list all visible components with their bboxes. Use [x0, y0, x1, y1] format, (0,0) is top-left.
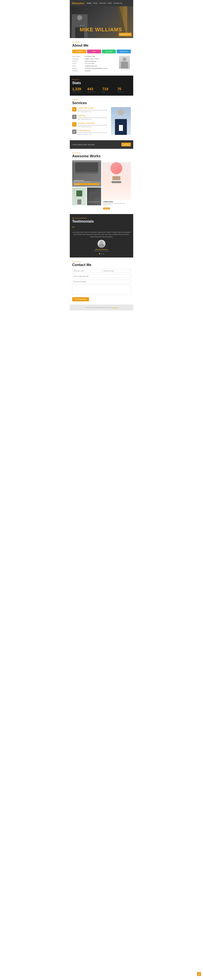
author-avatar	[98, 240, 105, 248]
message-textarea[interactable]	[72, 285, 131, 294]
stats-section: Proud Of | Stats 1,339 Projects Finished…	[70, 76, 133, 95]
nav-work[interactable]: Work	[108, 2, 112, 4]
work-item-1[interactable]: ADIPISCI VELIT Find and highlight, Print…	[72, 160, 101, 187]
field-expert: Expert In : Web Development	[72, 60, 117, 62]
stats-title: Stats	[72, 81, 131, 85]
dot-1[interactable]	[99, 253, 100, 255]
work-item-4[interactable]	[87, 188, 101, 205]
work-subtitle-1: Find and highlight, Printing company	[74, 181, 100, 183]
stat-clients: 443 Satisfied Clients	[87, 87, 101, 92]
work-btn-1[interactable]: Read More	[74, 183, 100, 185]
field-address: Address : 25 Montée Saint Barthélemy, Fr…	[72, 68, 117, 69]
stat-projects: 1,339 Projects Finished	[72, 87, 86, 92]
dot-2[interactable]	[101, 253, 102, 255]
service-anim-icon: A	[72, 115, 76, 119]
service-web-icon: ✦	[72, 107, 76, 111]
cta-text: Lorem Ipsum Dolor Sit Amet.	[72, 144, 95, 146]
work-title-2: LOREM IPSUM	[103, 201, 130, 202]
dot-3[interactable]	[103, 253, 104, 255]
submit-button[interactable]: Send Message	[72, 297, 89, 301]
hero-name: MIKE WILLIAMS	[80, 27, 123, 32]
discussion-input[interactable]	[72, 274, 131, 278]
nav-contact[interactable]: Contact Us	[113, 2, 122, 4]
email-input[interactable]	[102, 269, 131, 273]
form-row-1	[72, 269, 131, 273]
stat-awards: 70 Awards Won	[117, 87, 131, 92]
field-email: Email : mail@example.com	[72, 65, 117, 67]
tab-skills[interactable]: Skills	[87, 49, 101, 53]
footer-link[interactable]: colorlib.com	[112, 307, 118, 308]
contact-label: Get In Touch |	[72, 261, 131, 262]
field-dob: Date Of Birth : 31st March 1984	[72, 56, 117, 57]
service-animation: A Animation Phasellus dapibus felis elit…	[72, 115, 109, 120]
services-title: Services	[72, 101, 131, 105]
works-title: Awesome Works	[72, 154, 131, 158]
hero-greeting: Hi, I'm	[80, 25, 123, 27]
about-section: Something | About Me About Me Skills Edu…	[70, 38, 133, 76]
stat-clients-number: 443	[87, 87, 101, 91]
services-label: Incredible |	[72, 99, 131, 100]
works-label: Some Effort |	[72, 152, 131, 154]
about-fields: Date Of Birth : 31st March 1984 Language…	[72, 56, 117, 72]
stat-awards-label: Awards Won	[117, 91, 131, 92]
services-person-image	[111, 107, 131, 135]
navbar: SSuccinct Home About Services Work Conta…	[70, 0, 133, 6]
hero-text-block: Hi, I'm MIKE WILLIAMS	[80, 25, 123, 32]
nav-links: Home About Services Work Contact Us	[87, 2, 122, 4]
testimonials-label: Beloved Customers |	[72, 217, 131, 219]
about-photo-label: ABOUT ME	[119, 69, 131, 70]
language-input[interactable]	[72, 280, 131, 283]
service-web-title: Creative Web Design	[78, 107, 109, 109]
stats-label: Proud Of |	[72, 79, 131, 81]
hire-me-button[interactable]: Hire Me	[121, 143, 131, 146]
nav-services[interactable]: Services	[99, 2, 106, 4]
about-photo-image	[119, 56, 130, 68]
service-web-design: ✦ Creative Web Design Phasellus dapibus …	[72, 107, 109, 113]
hero-section: Hi, I'm MIKE WILLIAMS Download CV	[70, 6, 133, 38]
testimonial-dots	[72, 253, 131, 255]
service-anim-title: Animation	[78, 115, 109, 116]
cta-banner: Lorem Ipsum Dolor Sit Amet. Hire Me	[70, 140, 133, 149]
contact-form: Send Message	[72, 269, 131, 301]
work-overlay-1: ADIPISCI VELIT Find and highlight, Print…	[72, 160, 101, 187]
site-logo[interactable]: SSuccinct	[72, 2, 84, 5]
contact-title: Contact Me	[72, 263, 131, 267]
work-btn-2[interactable]: Read More	[103, 207, 110, 210]
services-list: ✦ Creative Web Design Phasellus dapibus …	[72, 107, 109, 137]
work-subtitle-2: Accessory design and corporate style for…	[103, 203, 130, 205]
service-web-desc: Phasellus dapibus felis elit, sed accums…	[78, 109, 109, 113]
service-marketing: M Digital Marketing Phasellus dapibus fe…	[72, 130, 109, 135]
works-section: Some Effort | Awesome Works ADIPISCI VEL…	[70, 149, 133, 214]
stat-awards-number: 70	[117, 87, 131, 91]
service-marketing-title: Digital Marketing	[78, 130, 109, 131]
about-label: Something |	[72, 41, 131, 43]
stat-sales: 719 Sales	[102, 87, 116, 92]
about-title: About Me	[72, 43, 131, 48]
author-name: Melissa Foucher	[72, 248, 131, 250]
nav-home[interactable]: Home	[87, 2, 91, 4]
service-strategy: ✓ Strategy & Consulting Phasellus dapibu…	[72, 122, 109, 128]
field-phone: Phone : +011 222 3333	[72, 63, 117, 64]
download-cv-button[interactable]: Download CV	[119, 33, 132, 36]
stat-projects-number: 1,339	[72, 87, 86, 91]
service-strategy-icon: ✓	[72, 122, 76, 127]
about-photo: ABOUT ME	[119, 56, 131, 72]
service-strategy-desc: Phasellus dapibus felis elit, sed accums…	[78, 124, 109, 128]
tab-education[interactable]: Education	[102, 49, 116, 53]
name-input[interactable]	[72, 269, 101, 273]
about-info: Date Of Birth : 31st March 1984 Language…	[72, 56, 131, 72]
tab-experience[interactable]: Experience	[117, 49, 131, 53]
quote-icon: ““	[72, 226, 131, 230]
work-item-2: LOREM IPSUM Accessory design and corpora…	[102, 160, 131, 211]
testimonials-title: Testimonials	[72, 220, 131, 224]
work-info-2: LOREM IPSUM Accessory design and corpora…	[102, 200, 131, 211]
work-item-3[interactable]	[72, 188, 86, 205]
tab-about-me[interactable]: About Me	[72, 49, 86, 53]
nav-about[interactable]: About	[93, 2, 98, 4]
services-image	[111, 107, 131, 137]
about-tabs: About Me Skills Education Experience	[72, 49, 131, 53]
service-marketing-icon: M	[72, 130, 76, 134]
testimonial-author: Melissa Foucher Front and back-end devel…	[72, 240, 131, 251]
testimonials-section: Beloved Customers | Testimonials ““ Lore…	[70, 214, 133, 258]
works-grid: ADIPISCI VELIT Find and highlight, Print…	[72, 160, 131, 211]
